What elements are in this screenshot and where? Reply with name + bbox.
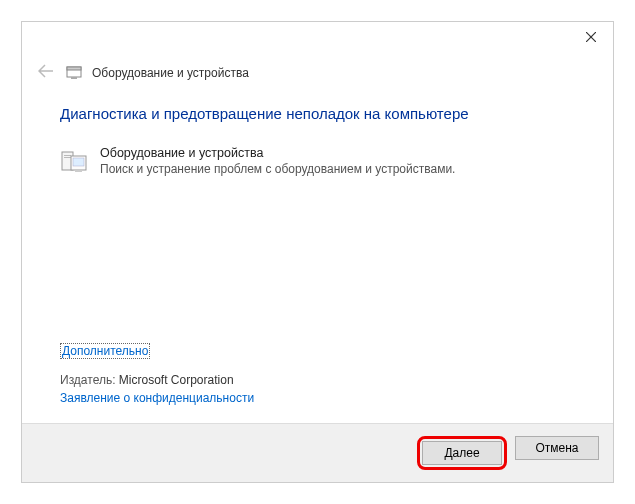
back-button[interactable] <box>36 62 56 83</box>
hardware-icon <box>60 148 88 176</box>
svg-rect-10 <box>75 170 82 172</box>
troubleshooter-item: Оборудование и устройства Поиск и устран… <box>60 146 583 176</box>
troubleshooter-dialog: Оборудование и устройства Диагностика и … <box>21 21 614 483</box>
header-row: Оборудование и устройства <box>22 56 613 93</box>
content-area: Диагностика и предотвращение неполадок н… <box>22 93 613 423</box>
footer: Далее Отмена <box>22 423 613 482</box>
cancel-button[interactable]: Отмена <box>515 436 599 460</box>
svg-rect-3 <box>67 67 81 70</box>
header-title: Оборудование и устройства <box>92 66 249 80</box>
main-heading: Диагностика и предотвращение неполадок н… <box>60 105 583 122</box>
item-text: Оборудование и устройства Поиск и устран… <box>100 146 583 176</box>
publisher-name: Microsoft Corporation <box>119 373 234 387</box>
svg-rect-7 <box>64 157 71 158</box>
item-description: Поиск и устранение проблем с оборудовани… <box>100 162 583 176</box>
next-button-highlight: Далее <box>417 436 507 470</box>
svg-rect-4 <box>71 77 77 79</box>
svg-rect-6 <box>64 155 71 156</box>
svg-rect-9 <box>73 158 84 166</box>
close-button[interactable] <box>569 22 613 52</box>
publisher-row: Издатель: Microsoft Corporation <box>60 373 583 387</box>
next-button[interactable]: Далее <box>422 441 502 465</box>
back-arrow-icon <box>38 64 54 78</box>
publisher-label: Издатель: <box>60 373 116 387</box>
troubleshooter-icon <box>66 65 82 81</box>
item-title: Оборудование и устройства <box>100 146 583 160</box>
titlebar <box>22 22 613 56</box>
close-icon <box>586 32 596 42</box>
advanced-link[interactable]: Дополнительно <box>60 343 150 359</box>
privacy-link[interactable]: Заявление о конфиденциальности <box>60 391 583 405</box>
